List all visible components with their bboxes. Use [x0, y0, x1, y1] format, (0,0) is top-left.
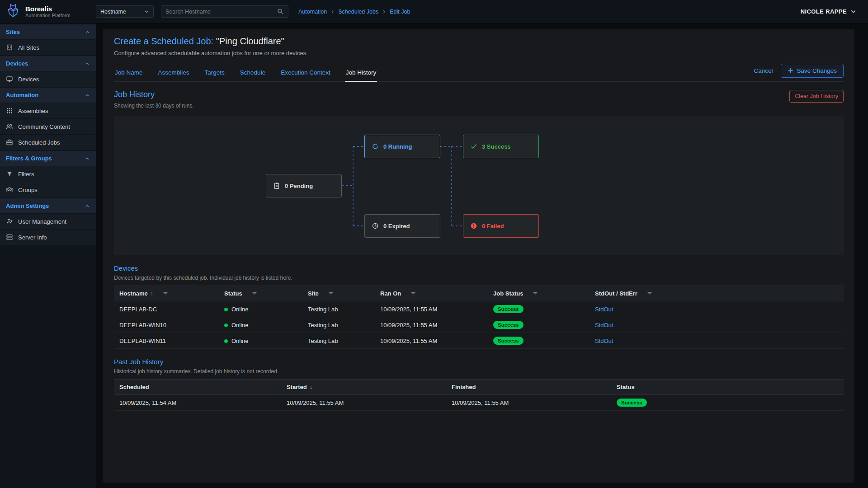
cell-hostname: DEEPLAB-WIN11 [114, 333, 219, 349]
people-icon [6, 123, 13, 130]
section-label: Sites [6, 28, 20, 35]
devices-subheading: Devices targeted by this scheduled job. … [114, 275, 844, 281]
col-job-status[interactable]: Job Status [488, 286, 590, 301]
success-badge: Success [617, 399, 647, 407]
search-icon[interactable] [277, 8, 284, 15]
stdout-link[interactable]: StdOut [595, 322, 613, 328]
user-name: NICOLE RAPPE [801, 8, 847, 15]
cell-stdout: StdOut [590, 301, 844, 317]
filter-list-icon[interactable] [328, 291, 334, 297]
past-job-history-table: Scheduled Started↓ Finished Status 10/09… [114, 379, 844, 411]
sidebar-item-label: All Sites [18, 44, 39, 51]
clipboard-icon [273, 182, 280, 189]
col-started[interactable]: Started↓ [281, 380, 446, 395]
sidebar-section-sites[interactable]: Sites [0, 24, 96, 39]
breadcrumb-automation[interactable]: Automation [298, 9, 327, 15]
brand-name: Borealis [25, 5, 71, 13]
cell-stdout: StdOut [590, 317, 844, 333]
filter-list-icon[interactable] [162, 291, 169, 297]
brand-logo-block[interactable]: Borealis Automation Platform [0, 3, 96, 20]
cell-ran-on: 10/09/2025, 11:55 AM [375, 333, 488, 349]
sidebar-item-assemblies[interactable]: Assemblies [0, 103, 96, 118]
breadcrumb: Automation Scheduled Jobs Edit Job [298, 9, 410, 15]
page-subtitle: Configure advanced schedulable automatio… [114, 50, 844, 56]
filter-list-icon[interactable] [251, 291, 258, 297]
hostname-filter-select[interactable]: Hostname [96, 5, 154, 18]
sidebar-section-automation[interactable]: Automation [0, 88, 96, 103]
cell-status: Success [611, 395, 844, 411]
sync-icon [372, 143, 379, 150]
monitor-icon [6, 75, 13, 83]
col-scheduled[interactable]: Scheduled [114, 380, 281, 395]
chevron-right-icon [382, 9, 386, 14]
sidebar-item-label: Community Content [18, 123, 70, 130]
save-changes-label: Save Changes [797, 67, 837, 74]
chevron-up-icon [85, 61, 90, 66]
cell-ran-on: 10/09/2025, 11:55 AM [375, 317, 488, 333]
sidebar-item-all-sites[interactable]: All Sites [0, 40, 96, 55]
breadcrumb-edit-job[interactable]: Edit Job [390, 9, 410, 15]
cancel-button[interactable]: Cancel [754, 67, 773, 74]
sidebar-section-admin-settings[interactable]: Admin Settings [0, 198, 96, 213]
building-icon [6, 44, 13, 51]
section-label: Filters & Groups [6, 155, 52, 162]
col-ran-on[interactable]: Ran On [375, 286, 488, 301]
col-status[interactable]: Status [611, 380, 844, 395]
cell-status: Online [219, 317, 302, 333]
breadcrumb-scheduled-jobs[interactable]: Scheduled Jobs [338, 9, 378, 15]
col-status[interactable]: Status [219, 286, 302, 301]
sidebar-item-server-info[interactable]: Server Info [0, 230, 96, 245]
sidebar-section-devices[interactable]: Devices [0, 56, 96, 71]
col-site[interactable]: Site [302, 286, 375, 301]
chevron-up-icon [85, 156, 90, 161]
device-row[interactable]: DEEPLAB-DC Online Testing Lab 10/09/2025… [114, 301, 844, 317]
filter-list-icon[interactable] [410, 291, 416, 297]
search-input[interactable] [165, 9, 277, 15]
sidebar-item-scheduled-jobs[interactable]: Scheduled Jobs [0, 135, 96, 150]
flow-failed-label: 0 Failed [482, 223, 504, 230]
tab-schedule[interactable]: Schedule [239, 66, 266, 81]
plus-icon [788, 68, 793, 74]
section-label: Devices [6, 60, 28, 67]
col-hostname[interactable]: Hostname↑ [114, 286, 219, 301]
sidebar-item-filters[interactable]: Filters [0, 166, 96, 182]
tab-assemblies[interactable]: Assemblies [157, 66, 190, 81]
groups-icon [6, 186, 13, 193]
sort-desc-icon[interactable]: ↓ [310, 384, 312, 390]
clear-job-history-button[interactable]: Clear Job History [789, 90, 844, 103]
sidebar-item-label: Groups [18, 187, 38, 193]
tab-execution-context[interactable]: Execution Context [280, 66, 331, 81]
section-label: Automation [6, 92, 38, 99]
sidebar-item-label: Assemblies [18, 108, 48, 114]
section-label: Admin Settings [6, 202, 49, 209]
device-row[interactable]: DEEPLAB-WIN11 Online Testing Lab 10/09/2… [114, 333, 844, 349]
sidebar-section-filters-groups[interactable]: Filters & Groups [0, 151, 96, 166]
stdout-link[interactable]: StdOut [595, 338, 613, 344]
user-menu[interactable]: NICOLE RAPPE [801, 8, 856, 15]
cell-job-status: Success [488, 301, 590, 317]
check-icon [470, 143, 477, 150]
cell-ran-on: 10/09/2025, 11:55 AM [375, 301, 488, 317]
sidebar-item-devices[interactable]: Devices [0, 71, 96, 87]
chevron-right-icon [330, 9, 335, 14]
device-row[interactable]: DEEPLAB-WIN10 Online Testing Lab 10/09/2… [114, 317, 844, 333]
top-bar: Borealis Automation Platform Hostname Au… [0, 0, 868, 23]
cell-site: Testing Lab [302, 301, 375, 317]
tab-targets[interactable]: Targets [204, 66, 226, 81]
sidebar: Sites All Sites Devices Devices Automati… [0, 23, 96, 488]
sort-asc-icon[interactable]: ↑ [151, 291, 153, 297]
sidebar-item-community-content[interactable]: Community Content [0, 119, 96, 134]
sidebar-item-user-management[interactable]: User Management [0, 214, 96, 229]
flow-box-failed: 0 Failed [463, 214, 539, 238]
sidebar-item-groups[interactable]: Groups [0, 182, 96, 197]
filter-list-icon[interactable] [646, 291, 653, 297]
tab-job-name[interactable]: Job Name [114, 66, 144, 81]
col-finished[interactable]: Finished [446, 380, 611, 395]
tab-job-history[interactable]: Job History [345, 66, 377, 82]
past-history-row[interactable]: 10/09/2025, 11:54 AM 10/09/2025, 11:55 A… [114, 395, 844, 411]
stdout-link[interactable]: StdOut [595, 306, 613, 313]
col-stdout-stderr[interactable]: StdOut / StdErr [590, 286, 844, 301]
save-changes-button[interactable]: Save Changes [781, 64, 844, 78]
filter-list-icon[interactable] [532, 291, 538, 297]
devices-table-header-row: Hostname↑ Status Site Ran On Job Status … [114, 286, 844, 301]
